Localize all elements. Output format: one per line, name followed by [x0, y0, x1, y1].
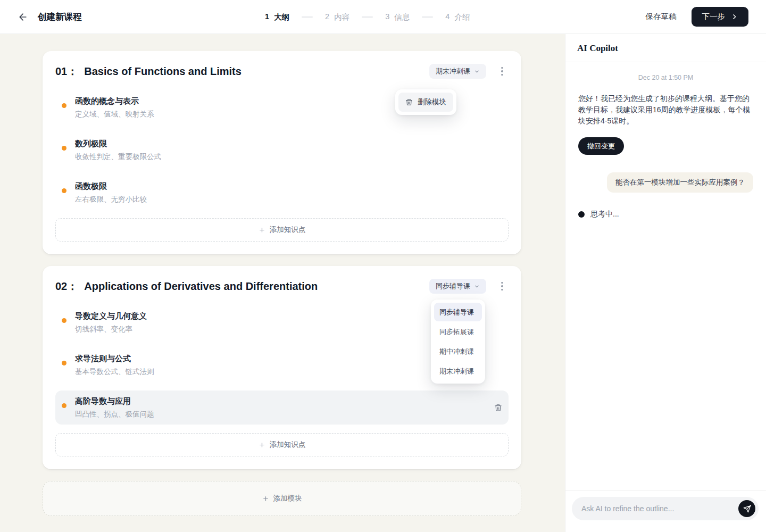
bullet-dot-icon: [62, 361, 66, 365]
chevron-down-icon: [474, 284, 480, 289]
tag-option-4[interactable]: 期末冲刺课: [434, 362, 482, 380]
kebab-icon: [501, 67, 503, 69]
knowledge-point-row-hovered[interactable]: 高阶导数与应用 凹凸性、拐点、极值问题: [55, 390, 509, 425]
undo-changes-button[interactable]: 撤回变更: [578, 137, 624, 155]
module-tag-select[interactable]: 同步辅导课: [429, 279, 486, 294]
kp-title: 导数定义与几何意义: [75, 311, 147, 321]
next-step-button[interactable]: 下一步: [692, 7, 749, 27]
tag-option-2[interactable]: 同步拓展课: [434, 322, 482, 341]
kp-title: 高阶导数与应用: [75, 396, 154, 406]
tag-option-3[interactable]: 期中冲刺课: [434, 342, 482, 361]
kp-subtitle: 左右极限、无穷小比较: [75, 195, 147, 204]
header-actions: 保存草稿 下一步: [646, 7, 749, 27]
chevron-down-icon: [474, 69, 480, 74]
module-tag-select[interactable]: 期末冲刺课: [429, 64, 486, 79]
add-module-button[interactable]: 添加模块: [43, 481, 521, 516]
plus-icon: [262, 495, 269, 502]
add-knowledge-point-button[interactable]: 添加知识点: [55, 433, 509, 456]
add-knowledge-point-label: 添加知识点: [270, 225, 306, 235]
send-icon: [743, 505, 751, 513]
kp-title: 求导法则与公式: [75, 353, 154, 364]
wizard-steps: 1 大纲 2 内容 3 信息 4 介绍: [265, 0, 470, 34]
delete-module-label: 删除模块: [418, 97, 446, 107]
bullet-dot-icon: [62, 403, 66, 408]
tag-option-1[interactable]: 同步辅导课: [434, 303, 482, 321]
module-number: 02：: [55, 279, 78, 294]
copilot-title: AI Copilot: [565, 34, 766, 62]
next-step-label: 下一步: [702, 12, 726, 22]
module-number: 01：: [55, 64, 78, 79]
step-intro[interactable]: 4 介绍: [445, 12, 470, 22]
module-tag-label: 期末冲刺课: [436, 66, 470, 76]
module-title: Applications of Derivatives and Differen…: [84, 280, 318, 293]
thinking-indicator: 思考中...: [578, 210, 753, 219]
bullet-dot-icon: [62, 318, 66, 323]
content-row: 01： Basics of Functions and Limits 期末冲刺课: [0, 34, 766, 532]
thinking-dot-icon: [578, 211, 585, 218]
kp-title: 函数极限: [75, 181, 147, 192]
knowledge-point-row[interactable]: 函数极限 左右极限、无穷小比较: [55, 176, 509, 210]
kebab-icon: [501, 282, 503, 284]
step-label: 信息: [394, 12, 410, 22]
module-context-menu: 删除模块: [395, 89, 456, 115]
plus-icon: [259, 227, 265, 234]
add-knowledge-point-label: 添加知识点: [270, 440, 306, 450]
step-info[interactable]: 3 信息: [385, 12, 410, 22]
step-number: 1: [265, 12, 269, 22]
delete-knowledge-point-button[interactable]: [494, 404, 502, 412]
step-separator: [362, 16, 373, 18]
send-button[interactable]: [738, 500, 755, 517]
kp-title: 函数的概念与表示: [75, 96, 154, 106]
module-more-button[interactable]: [496, 65, 509, 78]
arrow-left-icon: [18, 12, 28, 22]
ai-message: 您好！我已经为您生成了初步的课程大纲。基于您的教学目标，我建议采用16周的教学进…: [578, 93, 753, 127]
module-card-1: 01： Basics of Functions and Limits 期末冲刺课: [43, 51, 521, 254]
step-label: 大纲: [274, 12, 289, 22]
copilot-input-pill: [572, 497, 759, 520]
plus-icon: [259, 442, 265, 448]
kp-subtitle: 凹凸性、拐点、极值问题: [75, 410, 154, 419]
kp-subtitle: 切线斜率、变化率: [75, 325, 147, 334]
step-label: 介绍: [454, 12, 470, 22]
step-number: 3: [385, 12, 389, 22]
kp-subtitle: 基本导数公式、链式法则: [75, 367, 154, 377]
knowledge-point-row[interactable]: 数列极限 收敛性判定、重要极限公式: [55, 133, 509, 167]
chevron-right-icon: [731, 13, 738, 20]
step-outline[interactable]: 1 大纲: [265, 12, 289, 22]
step-content[interactable]: 2 内容: [325, 12, 349, 22]
step-number: 4: [445, 12, 449, 22]
user-message-row: 能否在第一模块增加一些实际应用案例？: [578, 172, 753, 193]
trash-icon: [405, 98, 413, 106]
delete-module-item[interactable]: 删除模块: [398, 93, 453, 112]
module-card-2: 02： Applications of Derivatives and Diff…: [43, 266, 521, 469]
kp-title: 数列极限: [75, 138, 161, 149]
save-draft-button[interactable]: 保存草稿: [646, 12, 677, 22]
app-root: 创建新课程 1 大纲 2 内容 3 信息 4 介绍 保存草稿: [0, 0, 766, 532]
add-knowledge-point-button[interactable]: 添加知识点: [55, 218, 509, 242]
module-header: 01： Basics of Functions and Limits 期末冲刺课: [55, 64, 509, 79]
step-separator: [422, 16, 433, 18]
trash-icon: [494, 404, 502, 412]
kp-subtitle: 定义域、值域、映射关系: [75, 110, 154, 119]
step-number: 2: [325, 12, 329, 22]
module-more-button[interactable]: [496, 280, 509, 293]
thinking-label: 思考中...: [590, 210, 619, 219]
add-module-label: 添加模块: [273, 494, 302, 503]
outline-editor: 01： Basics of Functions and Limits 期末冲刺课: [0, 34, 565, 532]
ai-copilot-panel: AI Copilot Dec 20 at 1:50 PM 您好！我已经为您生成了…: [565, 34, 766, 532]
step-label: 内容: [334, 12, 349, 22]
bullet-dot-icon: [62, 103, 66, 108]
ask-ai-input[interactable]: [581, 504, 738, 513]
back-button[interactable]: [18, 12, 28, 22]
copilot-chat: Dec 20 at 1:50 PM 您好！我已经为您生成了初步的课程大纲。基于您…: [565, 62, 766, 490]
page-title: 创建新课程: [38, 11, 82, 23]
chat-timestamp: Dec 20 at 1:50 PM: [578, 74, 753, 81]
module-tag-label: 同步辅导课: [436, 281, 470, 291]
kp-subtitle: 收敛性判定、重要极限公式: [75, 152, 161, 162]
top-header: 创建新课程 1 大纲 2 内容 3 信息 4 介绍 保存草稿: [0, 0, 766, 34]
copilot-input-area: [565, 490, 766, 532]
tag-dropdown-menu: 同步辅导课 同步拓展课 期中冲刺课 期末冲刺课: [431, 300, 485, 384]
user-message: 能否在第一模块增加一些实际应用案例？: [607, 172, 753, 193]
module-header: 02： Applications of Derivatives and Diff…: [55, 279, 509, 294]
step-separator: [302, 16, 313, 18]
